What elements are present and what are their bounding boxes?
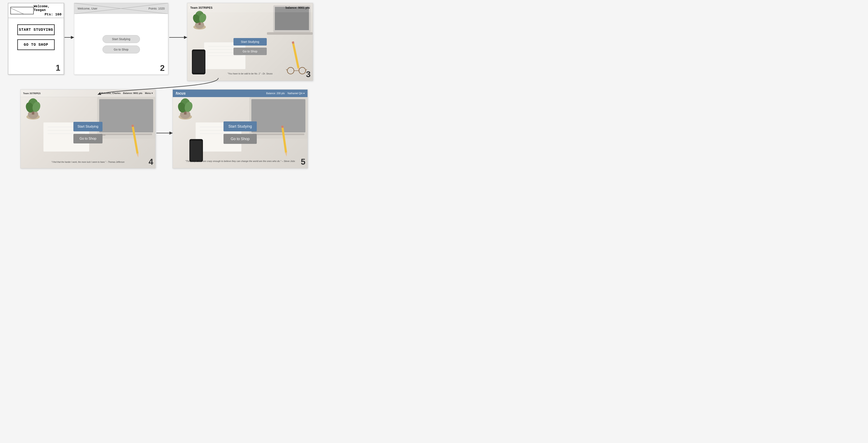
frame4-nav: Team 3STRIPES Welcome, Charles Balance: …: [21, 90, 155, 97]
frame3-study-button[interactable]: Start Studying: [234, 38, 267, 45]
frame4-study-button[interactable]: Start Studying: [73, 122, 102, 131]
frame5-number: 5: [301, 157, 305, 166]
frame5-balance: Balance: 200 pts: [266, 92, 285, 95]
frame5-nav-right: Balance: 200 pts Nathaniel Qin ▾: [266, 92, 305, 95]
frame5-content: Start Studying Go to Shop: [173, 97, 308, 168]
arrow-2-to-3: [169, 33, 189, 41]
frame4-content: Start Studying Go to Shop: [21, 97, 155, 168]
frame1-shop-button[interactable]: GO TO SHOP: [17, 39, 55, 50]
frame4-shop-button[interactable]: Go to Shop: [73, 134, 102, 144]
arrow-4-to-5: [156, 129, 174, 137]
frame4-quote: "I find that the harder I work, the more…: [21, 161, 155, 163]
frame3-brand: Team 3STRIPES: [190, 6, 213, 9]
frame1-body: START STUDYING GO TO SHOP: [8, 18, 64, 56]
frame2-shop-button[interactable]: Go to Shop: [102, 45, 140, 54]
frame2-header-text: Welcome, User Points: 1020: [78, 7, 165, 10]
frame5-focus: focus Balance: 200 pts Nathaniel Qin ▾ S…: [173, 89, 308, 168]
arrow-1-to-2: [64, 33, 75, 41]
frame1-study-button[interactable]: START STUDYING: [17, 24, 55, 35]
frame3-nav: Team 3STRIPES balance: 9001 pts: [187, 3, 313, 12]
frame5-nav: focus Balance: 200 pts Nathaniel Qin ▾: [173, 90, 308, 97]
frame4-balance: Balance: 9001 pts: [123, 92, 143, 94]
frame3-content: Start Studying Go to Shop: [187, 12, 313, 81]
frame4-menu[interactable]: Menu ▾: [145, 92, 153, 94]
frame4-number: 4: [149, 157, 153, 166]
frame5-logo: focus: [176, 91, 186, 96]
frame3-quote: "You have to be odd to be No. 1" - Dr. S…: [187, 72, 313, 75]
frame1-header: Welcome, Teegan Pts: 160: [8, 3, 64, 18]
frame2-lofi: Welcome, User Points: 1020 Start Studyin…: [74, 3, 168, 75]
frame1-pts-text: Pts: 160: [44, 12, 62, 17]
frame2-points: Points: 1020: [149, 7, 165, 10]
frame3-number: 3: [306, 70, 311, 79]
frame3-shop-button[interactable]: Go to Shop: [234, 48, 267, 55]
frame4-brand: Team 3STRIPES: [23, 92, 40, 95]
frame1-sketch: Welcome, Teegan Pts: 160 START STUDYING …: [8, 3, 64, 75]
frame5-quote: "The people who are crazy enough to beli…: [173, 160, 308, 162]
frame5-shop-button[interactable]: Go to Shop: [223, 134, 257, 144]
frame2-body: Start Studying Go to Shop: [74, 14, 168, 74]
frame2-study-button[interactable]: Start Studying: [102, 35, 140, 43]
frame2-welcome: Welcome, User: [78, 7, 97, 10]
frame4-welcome: Welcome, Charles: [101, 92, 121, 94]
frame2-number: 2: [160, 63, 165, 73]
frame1-image-placeholder: [10, 7, 34, 14]
frame3-hifi-a: Team 3STRIPES balance: 9001 pts Start St…: [187, 3, 313, 81]
frame4-nav-right: Welcome, Charles Balance: 9001 pts Menu …: [101, 92, 153, 95]
frame5-user[interactable]: Nathaniel Qin ▾: [287, 92, 305, 95]
frame1-number: 1: [56, 63, 60, 72]
frame5-study-button[interactable]: Start Studying: [223, 121, 257, 131]
frame1-welcome-text: Welcome, Teegan: [34, 5, 62, 12]
frame3-balance: balance: 9001 pts: [285, 6, 310, 9]
frame2-header: Welcome, User Points: 1020: [74, 3, 168, 14]
frame4-hifi-b: Team 3STRIPES Welcome, Charles Balance: …: [20, 89, 156, 168]
